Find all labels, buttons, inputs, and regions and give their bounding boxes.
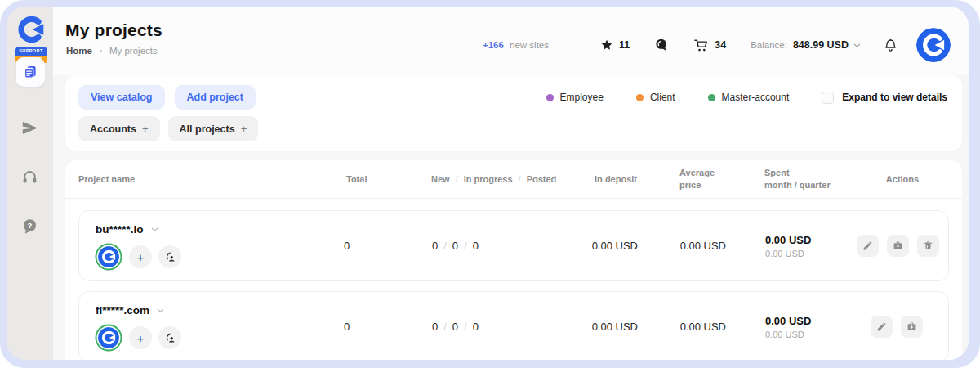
legend: Employee Client Master-account Expand to…	[546, 85, 947, 110]
sidebar-nav: ?	[7, 57, 53, 240]
project-name-toggle[interactable]: fl*****.com	[96, 304, 344, 316]
documents-icon	[22, 64, 38, 80]
paper-plane-icon	[21, 119, 38, 137]
value-separator: /	[464, 321, 467, 333]
star-icon	[600, 38, 613, 52]
legend-dot-client	[636, 94, 644, 101]
header-right-cluster: +166 new sites 11	[483, 27, 951, 63]
svg-text:?: ?	[28, 220, 33, 229]
table-row: fl*****.com	[78, 291, 949, 360]
delete-button[interactable]	[917, 235, 939, 257]
legend-client: Client	[636, 92, 675, 103]
project-cell: fl*****.com	[96, 304, 344, 349]
spent-month-value: 0.00 USD	[765, 315, 857, 327]
toolbar-buttons: View catalog Add project	[78, 85, 256, 110]
col-average-line2: price	[679, 179, 725, 191]
pencil-icon	[876, 321, 887, 332]
value-separator: /	[443, 240, 447, 252]
project-name-toggle[interactable]: bu*****.io	[96, 223, 344, 236]
avatar-logo-icon	[916, 28, 951, 62]
chevron-down-icon	[853, 41, 862, 50]
legend-master-account-label: Master-account	[722, 92, 790, 103]
project-avatar[interactable]	[98, 246, 119, 267]
favorites-counter[interactable]: 11	[600, 38, 630, 52]
expand-details-toggle[interactable]: Expand to view details	[822, 92, 947, 104]
legend-employee-label: Employee	[560, 92, 604, 103]
breadcrumb-home[interactable]: Home	[66, 46, 92, 56]
sidebar-item-telegram[interactable]	[16, 113, 45, 142]
pencil-icon	[862, 240, 873, 251]
project-logo-icon	[98, 246, 119, 267]
sidebar-item-projects[interactable]	[16, 57, 45, 87]
add-member-button[interactable]: +	[129, 245, 152, 268]
filter-accounts-label: Accounts	[90, 123, 136, 135]
messages-button[interactable]	[654, 38, 669, 52]
cart-count: 34	[715, 39, 726, 51]
user-switch-icon	[164, 332, 176, 344]
col-project-name: Project name	[78, 174, 346, 184]
deposit-button[interactable]	[887, 235, 909, 257]
total-value: 0	[344, 321, 425, 333]
col-posted: Posted	[527, 174, 557, 184]
breadcrumb-current: My projects	[109, 46, 158, 56]
switch-user-button[interactable]	[158, 326, 181, 349]
col-average-price: Average price	[637, 167, 725, 192]
in-progress-value: 0	[452, 240, 458, 252]
toolbar-card: View catalog Add project Accounts + All …	[65, 75, 962, 151]
col-actions: Actions	[886, 174, 919, 184]
filter-accounts[interactable]: Accounts +	[78, 116, 160, 141]
breadcrumb-separator	[100, 50, 102, 52]
legend-dot-master-account	[708, 94, 715, 101]
col-new: New	[431, 174, 450, 184]
balance-value: 848.99 USD	[793, 39, 849, 51]
status-values: 0/0/0	[425, 321, 566, 333]
add-member-button[interactable]: +	[129, 326, 152, 349]
edit-button[interactable]	[871, 316, 893, 338]
notifications-button[interactable]	[883, 38, 898, 53]
app-frame: SUPPORT UKRAINE	[0, 0, 980, 368]
col-in-deposit: In deposit	[595, 174, 637, 184]
help-bubble-icon: ?	[21, 218, 38, 235]
collaborator-logo-icon	[16, 15, 47, 44]
page-title: My projects	[65, 20, 163, 40]
spent-cell: 0.00 USD 0.00 USD	[726, 234, 857, 258]
filter-all-projects[interactable]: All projects +	[168, 116, 259, 141]
deposit-button[interactable]	[901, 316, 923, 338]
switch-user-button[interactable]	[158, 245, 181, 268]
sidebar: SUPPORT UKRAINE	[7, 7, 53, 360]
balance-label: Balance:	[751, 40, 787, 50]
table-header-row: Project name Total New/In progress/Poste…	[65, 160, 962, 199]
bell-icon	[883, 38, 898, 53]
project-avatars: +	[96, 324, 344, 349]
project-cell: bu*****.io	[96, 223, 344, 268]
checkbox-icon[interactable]	[822, 92, 834, 104]
sidebar-item-support[interactable]	[16, 162, 45, 191]
table-row: bu*****.io	[78, 210, 949, 281]
sidebar-item-help[interactable]: ?	[16, 211, 45, 240]
headphones-icon	[21, 168, 38, 186]
col-in-progress: In progress	[464, 174, 513, 184]
balance-dropdown[interactable]: Balance: 848.99 USD	[751, 39, 862, 51]
avatar[interactable]	[916, 28, 951, 62]
total-value: 0	[344, 240, 425, 252]
projects-table: Project name Total New/In progress/Poste…	[65, 160, 962, 360]
brand-logo[interactable]: SUPPORT UKRAINE	[13, 15, 49, 63]
table-body: bu*****.io	[65, 199, 962, 360]
trash-icon	[923, 240, 933, 251]
edit-button[interactable]	[857, 235, 879, 257]
user-switch-icon	[164, 251, 176, 263]
col-spent: Spent month / quarter	[725, 167, 856, 192]
plus-icon: +	[142, 123, 149, 135]
app-window: SUPPORT UKRAINE	[7, 7, 969, 360]
new-sites-link[interactable]: +166 new sites	[483, 40, 549, 50]
add-project-button[interactable]: Add project	[175, 85, 256, 110]
col-status: New/In progress/Posted	[425, 174, 565, 184]
cart-counter[interactable]: 34	[693, 38, 726, 53]
project-avatar[interactable]	[98, 327, 119, 348]
view-catalog-button[interactable]: View catalog	[78, 85, 165, 110]
breadcrumb: Home My projects	[66, 46, 158, 56]
project-name: fl*****.com	[96, 304, 149, 316]
spent-month-value: 0.00 USD	[765, 234, 857, 246]
legend-client-label: Client	[650, 92, 675, 103]
row-actions	[871, 316, 923, 338]
